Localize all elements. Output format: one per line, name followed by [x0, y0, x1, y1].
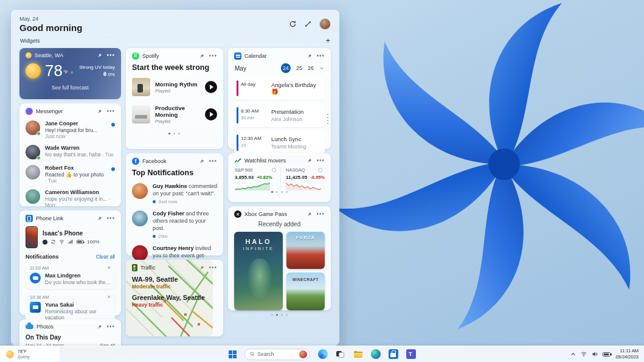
calendar-event[interactable]: 8:30 AM 30 min Presentation Alex Johnson — [234, 103, 325, 127]
page-dots[interactable] — [234, 314, 325, 316]
add-widget-button[interactable]: + — [325, 38, 330, 44]
traffic-widget[interactable]: Traffic ••• WA-99, Seattle Moderate traf… — [126, 260, 223, 336]
taskbar-weather-button[interactable]: 78°F Sunny — [0, 346, 60, 362]
taskbar-clock[interactable]: 11:11 AM 05/24/2023 — [615, 348, 639, 360]
tray-volume-icon[interactable] — [592, 351, 598, 357]
photos-app-icon — [26, 324, 33, 329]
more-options-icon[interactable]: ••• — [316, 212, 325, 216]
facebook-widget: f Facebook ••• Top Notifications Guy Haw… — [126, 153, 223, 256]
pin-icon[interactable] — [199, 159, 204, 164]
date-pill-selected[interactable]: 24 — [281, 63, 291, 73]
photos-widget[interactable]: Photos ••• On This Day May 24 · 33 items… — [19, 319, 121, 346]
more-options-icon[interactable]: ••• — [106, 54, 115, 57]
ticker-options-icon[interactable] — [272, 168, 276, 172]
ticker-change: +0.82% — [257, 175, 272, 180]
chevron-down-icon[interactable] — [319, 66, 324, 71]
playlist-type: Playlist — [155, 88, 198, 94]
more-options-icon[interactable]: ••• — [106, 325, 115, 329]
search-highlight-icon[interactable] — [299, 350, 307, 358]
user-avatar[interactable] — [319, 18, 331, 30]
microsoft-store-icon[interactable] — [389, 349, 398, 359]
message-row[interactable]: Cameron Williamson Hope you're enjoying … — [26, 189, 115, 208]
tray-wifi-icon[interactable] — [581, 351, 587, 357]
pin-icon[interactable] — [97, 53, 102, 58]
pin-icon[interactable] — [306, 212, 312, 217]
messenger-title: Messenger — [36, 108, 63, 114]
cover-title: FORZA — [286, 235, 325, 240]
actor-name: Guy Hawkins — [153, 183, 187, 189]
dnd-icon[interactable] — [43, 240, 47, 245]
clear-all-link[interactable]: Clear all — [96, 254, 115, 260]
more-options-icon[interactable]: ••• — [209, 266, 217, 270]
date-pill[interactable]: 26 — [308, 65, 314, 71]
actor-name: Cody Fisher — [153, 211, 184, 217]
ticker[interactable]: NASDAQ 11,425.05-0.95% — [280, 167, 325, 190]
notification-sender: Yuna Sakai — [45, 302, 111, 308]
ticker-options-icon[interactable] — [318, 168, 322, 172]
notification-preview: Reminiscing about our vacation — [45, 308, 111, 321]
facebook-notification[interactable]: Cody Fisher and three others reacted to … — [132, 211, 217, 239]
game-cover-halo-infinite[interactable]: HALO INFINITE — [234, 232, 283, 310]
small-sun-icon: ☼ — [70, 70, 74, 74]
pin-icon[interactable] — [97, 109, 102, 114]
close-icon[interactable]: × — [108, 294, 111, 300]
pin-icon[interactable] — [306, 158, 312, 164]
notification-time: Just now — [158, 199, 178, 204]
playlist-row[interactable]: Morning Rythm Playlist — [132, 78, 217, 96]
pin-icon[interactable] — [199, 54, 204, 59]
droplet-icon — [103, 72, 106, 76]
pin-icon[interactable] — [97, 216, 102, 221]
pin-icon[interactable] — [199, 265, 204, 271]
page-dots[interactable] — [132, 133, 217, 134]
tray-chevron-up-icon[interactable] — [570, 352, 576, 357]
sync-icon[interactable] — [50, 239, 56, 245]
phone-notification[interactable]: 11:02 AM × Max Lindgren Do you know who … — [26, 263, 115, 289]
device-name: Isaac's Phone — [43, 230, 99, 237]
copilot-taskbar-icon[interactable] — [318, 349, 328, 359]
sparkline-chart — [286, 182, 321, 190]
event-title: Lunch Sync — [271, 136, 306, 142]
refresh-icon[interactable] — [289, 20, 297, 28]
scroll-indicator[interactable] — [327, 114, 328, 124]
expand-icon[interactable] — [304, 20, 312, 28]
weather-widget[interactable]: Seattle, WA ••• 78 °F ☼ Strong UV today … — [19, 48, 121, 99]
watchlist-title: Watchlist movers — [244, 158, 286, 164]
message-row[interactable]: Jane Cooper Hey! Hangout for bru... Just… — [26, 120, 115, 139]
mail-app-icon — [30, 302, 41, 313]
page-dots[interactable] — [234, 191, 325, 193]
tray-battery-icon[interactable] — [603, 352, 611, 357]
game-cover-forza[interactable]: FORZA — [286, 232, 325, 269]
message-row[interactable]: Robert Fox Reacted 👍 to your photo · Tue — [26, 165, 115, 184]
close-icon[interactable]: × — [108, 265, 111, 271]
date-pill[interactable]: 25 — [296, 65, 302, 71]
more-options-icon[interactable]: ••• — [316, 159, 325, 162]
playlist-row[interactable]: Productive Morning Playlist — [132, 105, 217, 124]
teams-icon[interactable] — [406, 349, 416, 359]
avatar — [26, 165, 40, 179]
ticker[interactable]: S&P 500 3,855.93+0.82% — [234, 167, 280, 190]
more-options-icon[interactable]: ••• — [106, 217, 115, 220]
more-options-icon[interactable]: ••• — [106, 110, 115, 113]
pin-icon[interactable] — [97, 324, 102, 330]
more-options-icon[interactable]: ••• — [316, 54, 325, 58]
see-full-forecast-link[interactable]: See full forecast — [26, 85, 115, 91]
more-options-icon[interactable]: ••• — [209, 54, 217, 58]
calendar-event[interactable]: All day Angela's Birthday 🎁 — [234, 77, 325, 100]
pin-icon[interactable] — [306, 54, 312, 59]
game-cover-minecraft[interactable]: MINECRAFT — [286, 273, 325, 310]
edge-browser-icon[interactable] — [371, 349, 381, 359]
message-row[interactable]: Wade Warren No way that's true, haha · T… — [26, 145, 115, 159]
calendar-event[interactable]: 12:30 AM 1h Lunch Sync Teams Meeting — [234, 131, 325, 155]
play-button[interactable] — [205, 108, 217, 120]
event-time: All day — [241, 82, 266, 87]
event-duration: 1h — [241, 142, 266, 148]
notification-preview: Do you know who took the... — [45, 279, 110, 285]
task-view-icon[interactable] — [336, 349, 345, 359]
more-options-icon[interactable]: ••• — [209, 159, 217, 163]
message-preview: No way that's true, haha — [45, 151, 100, 158]
play-button[interactable] — [205, 81, 217, 93]
search-box[interactable]: Search — [244, 349, 310, 360]
file-explorer-icon[interactable] — [353, 349, 363, 359]
facebook-notification[interactable]: Guy Hawkins commented on your post: "can… — [132, 183, 217, 204]
start-button[interactable] — [229, 350, 237, 358]
